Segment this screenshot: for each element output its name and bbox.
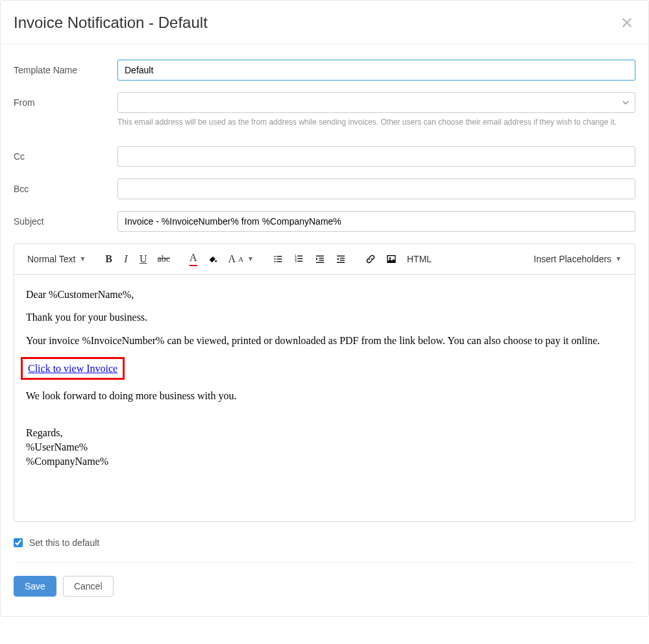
footer-actions: Save Cancel xyxy=(1,576,648,597)
image-icon xyxy=(386,254,397,264)
text-style-dropdown[interactable]: Normal Text▼ xyxy=(23,251,90,267)
insert-image-button[interactable] xyxy=(382,251,400,267)
set-default-checkbox[interactable] xyxy=(14,538,23,547)
svg-rect-18 xyxy=(340,258,345,258)
svg-rect-16 xyxy=(316,262,324,262)
numbered-list-icon: 123 xyxy=(294,254,304,264)
svg-rect-6 xyxy=(276,261,282,262)
underline-button[interactable]: U xyxy=(136,251,151,267)
svg-rect-4 xyxy=(276,258,282,259)
editor-line3: We look forward to doing more business w… xyxy=(26,389,623,403)
subject-label: Subject xyxy=(14,211,117,227)
from-select[interactable] xyxy=(117,92,635,113)
link-icon xyxy=(365,254,376,264)
bullet-list-icon xyxy=(273,254,284,264)
font-size-dropdown[interactable]: AA▼ xyxy=(225,251,258,267)
template-name-row: Template Name xyxy=(14,60,635,80)
svg-rect-8 xyxy=(297,255,302,256)
modal-title: Invoice Notification - Default xyxy=(14,14,208,32)
svg-point-1 xyxy=(275,256,276,257)
cc-label: Cc xyxy=(14,146,117,162)
cancel-button[interactable]: Cancel xyxy=(63,576,114,597)
svg-rect-17 xyxy=(337,255,345,256)
editor-body[interactable]: Dear %CustomerName%, Thank you for your … xyxy=(14,275,635,521)
cc-row: Cc xyxy=(14,146,635,167)
svg-point-5 xyxy=(275,261,276,262)
invoice-link-highlight: Click to view Invoice xyxy=(21,357,125,380)
insert-placeholders-label: Insert Placeholders xyxy=(533,254,611,264)
strikethrough-button[interactable]: abc xyxy=(154,251,174,267)
html-source-button[interactable]: HTML xyxy=(403,251,435,267)
editor-line2: Your invoice %InvoiceNumber% can be view… xyxy=(26,334,623,348)
bold-button[interactable]: B xyxy=(101,251,116,267)
svg-rect-13 xyxy=(316,255,324,256)
svg-rect-12 xyxy=(297,260,302,261)
bcc-label: Bcc xyxy=(14,179,117,194)
subject-input[interactable] xyxy=(117,211,635,232)
indent-icon xyxy=(315,254,325,264)
bcc-input[interactable] xyxy=(117,179,635,199)
close-icon xyxy=(620,16,634,30)
unordered-list-button[interactable] xyxy=(269,251,288,267)
close-button[interactable] xyxy=(618,14,635,31)
svg-text:3: 3 xyxy=(295,260,297,263)
editor-companyname: %CompanyName% xyxy=(26,454,623,469)
footer-divider xyxy=(14,562,635,563)
insert-link-button[interactable] xyxy=(361,251,380,267)
svg-rect-19 xyxy=(340,260,345,260)
modal-header: Invoice Notification - Default xyxy=(1,14,648,44)
outdent-icon xyxy=(336,254,346,264)
default-checkbox-row: Set this to default xyxy=(1,522,648,562)
set-default-label: Set this to default xyxy=(29,538,99,548)
email-template-modal: Invoice Notification - Default Template … xyxy=(0,0,649,617)
template-name-label: Template Name xyxy=(14,60,117,75)
editor-container: Normal Text▼ B I U abc A AA▼ 123 xyxy=(14,243,635,522)
svg-rect-14 xyxy=(319,258,324,258)
outdent-button[interactable] xyxy=(332,251,350,267)
from-row: From This email address will be used as … xyxy=(14,92,635,128)
from-help-text: This email address will be used as the f… xyxy=(117,117,635,128)
svg-rect-15 xyxy=(319,260,324,260)
font-color-icon: A xyxy=(190,252,197,266)
svg-point-22 xyxy=(389,257,391,259)
editor-toolbar: Normal Text▼ B I U abc A AA▼ 123 xyxy=(14,244,635,275)
form-body: Template Name From This email address wi… xyxy=(1,44,648,232)
bcc-row: Bcc xyxy=(14,179,635,199)
svg-point-3 xyxy=(275,258,276,260)
indent-button[interactable] xyxy=(311,251,329,267)
paint-bucket-icon xyxy=(208,254,218,264)
text-style-label: Normal Text xyxy=(27,254,75,264)
editor-line1: Thank you for your business. xyxy=(26,310,623,325)
editor-username: %UserName% xyxy=(26,440,623,454)
italic-button[interactable]: I xyxy=(119,251,133,267)
svg-rect-10 xyxy=(297,258,302,258)
insert-placeholders-dropdown[interactable]: Insert Placeholders▼ xyxy=(530,251,626,267)
editor-regards: Regards, xyxy=(26,426,623,440)
from-label: From xyxy=(14,92,117,108)
invoice-link[interactable]: Click to view Invoice xyxy=(28,363,117,374)
cc-input[interactable] xyxy=(117,146,635,167)
svg-rect-20 xyxy=(337,262,345,262)
ordered-list-button[interactable]: 123 xyxy=(290,251,308,267)
save-button[interactable]: Save xyxy=(14,576,56,597)
subject-row: Subject xyxy=(14,211,635,232)
font-color-button[interactable]: A xyxy=(186,249,201,269)
template-name-input[interactable] xyxy=(117,60,635,80)
fill-color-button[interactable] xyxy=(204,251,222,267)
editor-greeting: Dear %CustomerName%, xyxy=(26,288,623,302)
svg-rect-2 xyxy=(276,256,282,256)
svg-point-0 xyxy=(215,260,217,262)
